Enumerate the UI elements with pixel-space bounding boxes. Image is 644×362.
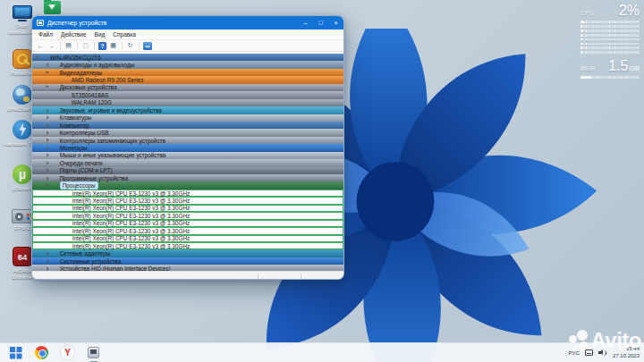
- volume-icon[interactable]: [598, 349, 607, 357]
- minimize-button[interactable]: –: [298, 16, 313, 29]
- expander-icon[interactable]: [45, 176, 49, 181]
- tree-item-label: Intel(R) Xeon(R) CPU E3-1230 v3 @ 3.30GH…: [72, 205, 191, 211]
- tree-item[interactable]: Устройства HID (Human Interface Devices): [32, 265, 343, 271]
- device-icon: [51, 130, 57, 136]
- device-icon: [64, 221, 70, 227]
- tree-item[interactable]: Клавиатуры: [32, 114, 343, 122]
- toolbar-button[interactable]: [94, 42, 95, 49]
- menu-item[interactable]: Файл: [38, 31, 53, 38]
- expander-icon[interactable]: [45, 169, 49, 173]
- expander-icon[interactable]: [45, 84, 49, 88]
- expander-icon[interactable]: [45, 146, 49, 150]
- title-bar[interactable]: Диспетчер устройств – □ ×: [32, 16, 343, 29]
- device-icon: [51, 160, 57, 166]
- tree-item-label: Intel(R) Xeon(R) CPU E3-1230 v3 @ 3.30GH…: [72, 243, 191, 249]
- expander-icon[interactable]: [45, 108, 49, 113]
- tree-item[interactable]: Intel(R) Xeon(R) CPU E3-1230 v3 @ 3.30GH…: [32, 235, 343, 242]
- tree-item[interactable]: Контроллеры USB: [32, 129, 343, 136]
- expander-icon[interactable]: [45, 69, 49, 73]
- toolbar-button[interactable]: ←: [37, 42, 45, 50]
- tree-item[interactable]: Intel(R) Xeon(R) CPU E3-1230 v3 @ 3.30GH…: [32, 189, 343, 197]
- desktop-icon-image: [13, 120, 32, 139]
- device-icon: [51, 70, 57, 76]
- tree-item-label: Дисковые устройства: [60, 84, 117, 90]
- expander-icon[interactable]: [45, 251, 49, 256]
- toolbar-button[interactable]: [60, 42, 61, 49]
- tree-item[interactable]: Звуковые, игровые и видеоустройства: [32, 106, 343, 114]
- tree-item[interactable]: Intel(R) Xeon(R) CPU E3-1230 v3 @ 3.30GH…: [32, 227, 343, 234]
- tree-item[interactable]: Порты (COM и LPT): [32, 167, 343, 174]
- device-icon: [41, 55, 47, 61]
- tree-item[interactable]: Процессоры: [32, 181, 343, 189]
- cpu-core-bars: [580, 21, 640, 54]
- expander-icon[interactable]: [45, 154, 49, 158]
- tree-item[interactable]: Мониторы: [32, 144, 343, 151]
- tree-item[interactable]: Intel(R) Xeon(R) CPU E3-1230 v3 @ 3.30GH…: [32, 242, 343, 249]
- toolbar-button[interactable]: ▢: [81, 42, 89, 50]
- taskbar-button[interactable]: [9, 346, 22, 359]
- tree-item-label: Клавиатуры: [60, 114, 92, 121]
- tree-item[interactable]: Intel(R) Xeon(R) CPU E3-1230 v3 @ 3.30GH…: [32, 220, 343, 227]
- toolbar-button[interactable]: ▦: [109, 42, 117, 50]
- status-bar-divider: [301, 274, 301, 279]
- expander-icon[interactable]: [45, 115, 49, 120]
- toolbar-button[interactable]: →: [47, 42, 55, 50]
- toolbar-button[interactable]: [77, 42, 78, 49]
- tree-item[interactable]: Мыши и иные указывающие устройства: [32, 152, 343, 159]
- toolbar-button[interactable]: ?: [98, 42, 106, 50]
- tree-item[interactable]: Видеоадаптеры: [32, 69, 343, 76]
- tree-item[interactable]: Сетевые адаптеры: [32, 249, 343, 257]
- toolbar-button[interactable]: ↻: [126, 42, 134, 50]
- expander-icon[interactable]: [45, 161, 49, 165]
- cpu-label: CPU: [580, 10, 594, 16]
- tree-item[interactable]: Intel(R) Xeon(R) CPU E3-1230 v3 @ 3.30GH…: [32, 197, 343, 204]
- desktop-icon[interactable]: [32, 1, 72, 16]
- tree-item[interactable]: Контроллеры запоминающих устройств: [32, 137, 343, 144]
- device-icon: [64, 243, 70, 249]
- tree-item-label: Intel(R) Xeon(R) CPU E3-1230 v3 @ 3.30GH…: [72, 235, 191, 241]
- taskbar: РУС 15:44 27.10.2023: [0, 342, 644, 362]
- close-button[interactable]: ×: [328, 16, 343, 29]
- toolbar-button[interactable]: [139, 42, 140, 49]
- expander-icon[interactable]: [35, 55, 39, 59]
- tree-item[interactable]: Дисковые устройства: [32, 84, 343, 91]
- tree-item[interactable]: Компьютер: [32, 122, 343, 129]
- clock[interactable]: 15:44 27.10.2023: [613, 346, 640, 360]
- menu-item[interactable]: Вид: [95, 31, 106, 38]
- tree-item[interactable]: Intel(R) Xeon(R) CPU E3-1230 v3 @ 3.30GH…: [32, 205, 343, 212]
- tree-item-label: Видеоадаптеры: [60, 70, 103, 76]
- tree-item[interactable]: Системные устройства: [32, 257, 343, 265]
- tree-item-label: Intel(R) Xeon(R) CPU E3-1230 v3 @ 3.30GH…: [72, 228, 191, 234]
- menu-item[interactable]: Справка: [113, 31, 136, 38]
- cpu-core-bar: [580, 25, 640, 28]
- expander-icon[interactable]: [45, 139, 49, 143]
- expander-icon[interactable]: [45, 130, 49, 135]
- toolbar-button[interactable]: ▬: [143, 42, 152, 50]
- tree-item[interactable]: Аудиовходы и аудиовыходы: [32, 61, 343, 68]
- window-title: Диспетчер устройств: [47, 20, 106, 26]
- expander-icon[interactable]: [45, 123, 49, 128]
- toolbar-button[interactable]: [122, 42, 123, 49]
- taskbar-button[interactable]: [35, 346, 48, 359]
- status-bar-divider: [258, 274, 258, 279]
- tree-item[interactable]: AMD Radeon R9 200 Series: [32, 76, 343, 83]
- tree-item-label: Мониторы: [60, 145, 88, 151]
- expander-icon[interactable]: [45, 259, 49, 264]
- expander-icon[interactable]: [45, 63, 49, 67]
- device-icon: [51, 250, 57, 257]
- taskbar-button[interactable]: [61, 346, 74, 359]
- touch-keyboard-icon[interactable]: [585, 349, 593, 356]
- menu-item[interactable]: Действие: [61, 31, 87, 38]
- maximize-button[interactable]: □: [313, 16, 328, 29]
- tree-item[interactable]: WIN-IRV35KCQ2T6: [32, 54, 343, 61]
- cpu-core-bar: [580, 29, 640, 32]
- tree-item-label: Intel(R) Xeon(R) CPU E3-1230 v3 @ 3.30GH…: [72, 220, 191, 226]
- taskbar-button[interactable]: [87, 346, 100, 359]
- language-indicator[interactable]: РУС: [569, 349, 580, 356]
- tree-item[interactable]: ST3500418AS: [32, 91, 343, 98]
- tree-item[interactable]: Очереди печати: [32, 159, 343, 166]
- toolbar-button[interactable]: ▤: [64, 42, 72, 50]
- expander-icon[interactable]: [45, 182, 49, 187]
- tree-item[interactable]: Intel(R) Xeon(R) CPU E3-1230 v3 @ 3.30GH…: [32, 212, 343, 219]
- tree-item[interactable]: WALRAM 120G: [32, 99, 343, 106]
